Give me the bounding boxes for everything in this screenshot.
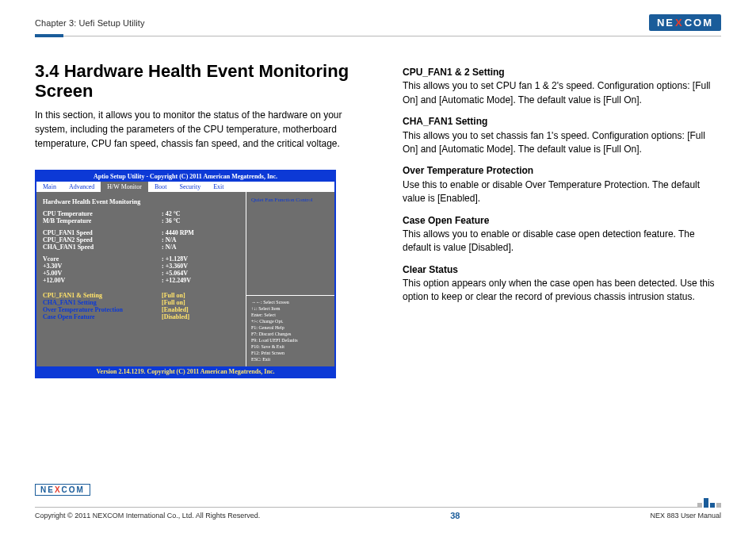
bios-value: : N/A: [162, 236, 176, 243]
setting-description: This allows you to set chassis fan 1's s…: [403, 129, 721, 157]
bios-section-head: Hardware Health Event Monitoring: [43, 198, 162, 205]
page-number: 38: [450, 511, 460, 520]
bios-key-hints: →←: Select Screen↑↓: Select ItemEnter: S…: [246, 295, 334, 366]
logo-x: X: [674, 17, 685, 29]
bios-value: : +5.064V: [162, 270, 188, 277]
page-footer: NEXCOM Copyright © 2011 NEXCOM Internati…: [35, 481, 721, 520]
setting-heading: Over Temperature Protection: [403, 164, 721, 178]
setting-description: This option appears only when the case o…: [403, 277, 721, 305]
bios-key-hint: F10: Save & Exit: [251, 343, 330, 350]
bios-row: CPU Temperature: 42 °C: [43, 210, 239, 217]
bios-key-hint: F1: General Help: [251, 324, 330, 331]
setting-description: This allows you to set CPU fan 1 & 2's s…: [403, 79, 721, 107]
section-intro: In this section, it allows you to monito…: [35, 108, 376, 151]
bios-row: Vcore: +1.128V: [43, 255, 239, 263]
bios-option-label: Over Temperature Protection: [43, 306, 162, 313]
bios-tab-main: Main: [36, 182, 63, 192]
bios-tab-security: Security: [174, 182, 208, 192]
bios-label: CPU_FAN2 Speed: [43, 236, 162, 243]
bios-value: : +12.249V: [162, 277, 191, 284]
body-columns: 3.4 Hardware Health Event Monitoring Scr…: [35, 61, 721, 378]
bios-option-value: [Enabled]: [162, 306, 189, 313]
bios-label: CPU_FAN1 Speed: [43, 229, 162, 236]
bios-label: +5.00V: [43, 270, 162, 277]
bios-label: Vcore: [43, 255, 162, 263]
bios-key-hint: F12: Print Screen: [251, 350, 330, 356]
footer-logo: NEXCOM: [35, 484, 90, 496]
bios-title: Aptio Setup Utility - Copyright (C) 2011…: [36, 171, 334, 182]
bios-option-value: [Full on]: [162, 292, 185, 299]
bios-option-row: Case Open Feature[Disabled]: [43, 313, 239, 320]
bios-value: : 42 °C: [162, 210, 181, 217]
bios-value: : 36 °C: [162, 217, 181, 224]
bios-key-hint: F7: Discard Changes: [251, 331, 330, 337]
bios-row: M/B Temperature: 36 °C: [43, 217, 239, 224]
bios-key-hint: F9: Load UEFI Defaults: [251, 337, 330, 343]
bios-row: CPU_FAN2 Speed: N/A: [43, 236, 239, 243]
header-bar: Chapter 3: Uefi Setup Utility NEXCOM: [35, 14, 721, 31]
logo-right: COM: [685, 17, 713, 29]
bios-value: : 4440 RPM: [162, 229, 194, 236]
bios-key-hint: +/-: Change Opt.: [251, 318, 330, 324]
chapter-title: Chapter 3: Uefi Setup Utility: [35, 18, 145, 28]
bios-value: : +3.360V: [162, 263, 188, 270]
bios-option-row: Over Temperature Protection[Enabled]: [43, 306, 239, 313]
bios-main-panel: Hardware Health Event Monitoring CPU Tem…: [36, 192, 246, 366]
bios-option-row: CHA_FAN1 Setting[Full on]: [43, 299, 239, 306]
bios-label: CPU Temperature: [43, 210, 162, 217]
bios-tab-advanced: Advanced: [63, 182, 101, 192]
bios-key-hint: Enter: Select: [251, 312, 330, 318]
setting-description: This allows you to enable or disable cas…: [403, 228, 721, 255]
left-column: 3.4 Hardware Health Event Monitoring Scr…: [35, 61, 376, 378]
bios-value: : +1.128V: [162, 255, 188, 263]
bios-key-hint: ESC: Exit: [251, 356, 330, 362]
bios-side-panel: Quiet Fan Function Control →←: Select Sc…: [246, 192, 334, 366]
bios-value: : N/A: [162, 243, 176, 251]
header-rule: [35, 34, 721, 37]
bios-key-hint: →←: Select Screen: [251, 299, 330, 305]
copyright-text: Copyright © 2011 NEXCOM International Co…: [35, 512, 260, 520]
section-heading: 3.4 Hardware Health Event Monitoring Scr…: [35, 61, 376, 102]
bios-help-text: Quiet Fan Function Control: [246, 192, 334, 295]
bios-option-label: CHA_FAN1 Setting: [43, 299, 162, 306]
manual-id: NEX 883 User Manual: [650, 512, 721, 520]
setting-description: Use this to enable or disable Over Tempe…: [403, 178, 721, 206]
bios-row: +12.00V: +12.249V: [43, 277, 239, 284]
bios-menu: MainAdvancedH/W MonitorBootSecurityExit: [36, 182, 334, 192]
brand-logo: NEXCOM: [649, 14, 721, 31]
bios-option-value: [Full on]: [162, 299, 185, 306]
bios-tab-h-w-monitor: H/W Monitor: [101, 182, 148, 192]
bios-option-value: [Disabled]: [162, 313, 189, 320]
bios-label: M/B Temperature: [43, 217, 162, 224]
bios-row: +5.00V: +5.064V: [43, 270, 239, 277]
setting-heading: Case Open Feature: [403, 214, 721, 228]
bios-key-hint: ↑↓: Select Item: [251, 305, 330, 312]
bios-row: CPU_FAN1 Speed: 4440 RPM: [43, 229, 239, 236]
bios-option-row: CPU_FAN1 & Setting[Full on]: [43, 292, 239, 299]
bios-label: CHA_FAN1 Speed: [43, 243, 162, 251]
setting-heading: CPU_FAN1 & 2 Setting: [403, 66, 721, 79]
bios-footer: Version 2.14.1219. Copyright (C) 2011 Am…: [36, 366, 334, 377]
bios-screenshot: Aptio Setup Utility - Copyright (C) 2011…: [35, 170, 336, 378]
decorative-squares-icon: [697, 498, 721, 508]
setting-heading: Clear Status: [403, 263, 721, 277]
bios-tab-exit: Exit: [207, 182, 230, 192]
bios-row: +3.30V: +3.360V: [43, 263, 239, 270]
logo-left: NE: [657, 17, 674, 29]
bios-row: CHA_FAN1 Speed: N/A: [43, 243, 239, 251]
bios-option-label: Case Open Feature: [43, 313, 162, 320]
setting-heading: CHA_FAN1 Setting: [403, 115, 721, 128]
bios-label: +3.30V: [43, 263, 162, 270]
bios-option-label: CPU_FAN1 & Setting: [43, 292, 162, 299]
bios-tab-boot: Boot: [148, 182, 174, 192]
bios-label: +12.00V: [43, 277, 162, 284]
right-column: CPU_FAN1 & 2 SettingThis allows you to s…: [403, 61, 721, 378]
